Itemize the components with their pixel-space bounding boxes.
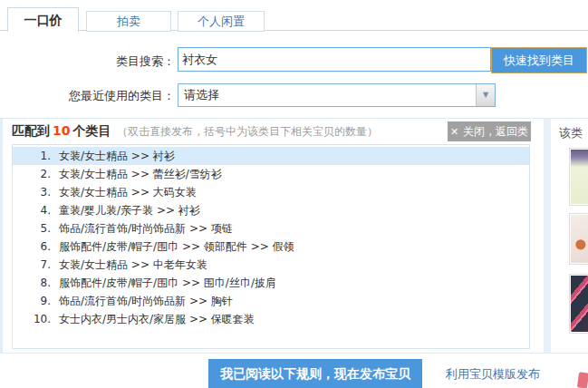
match-suffix: 个类目 bbox=[72, 123, 111, 138]
category-item-path: 女装/女士精品 >> 中老年女装 bbox=[59, 256, 207, 274]
template-publish-link[interactable]: 利用宝贝模版发布 bbox=[446, 366, 540, 383]
category-item-path: 女装/女士精品 >> 大码女装 bbox=[59, 183, 197, 201]
match-panel-left-band bbox=[0, 119, 3, 353]
category-item-path: 服饰配件/皮带/帽子/围巾 >> 领部配件 >> 假领 bbox=[59, 238, 294, 256]
category-list-item[interactable]: 6. 服饰配件/皮带/帽子/围巾 >> 领部配件 >> 假领 bbox=[13, 238, 529, 256]
category-list-item[interactable]: 1. 女装/女士精品 >> 衬衫 bbox=[13, 147, 529, 165]
category-item-path: 童装/婴儿装/亲子装 >> 衬衫 bbox=[59, 201, 200, 219]
category-item-number: 4. bbox=[13, 201, 51, 219]
category-item-path: 饰品/流行首饰/时尚饰品新 >> 胸针 bbox=[59, 292, 233, 310]
category-list-item[interactable]: 10. 女士内衣/男士内衣/家居服 >> 保暖套装 bbox=[13, 310, 529, 328]
match-prefix: 匹配到 bbox=[12, 123, 50, 138]
match-hint: （双击直接发布，括号中为该类目下相关宝贝的数量） bbox=[117, 125, 378, 138]
category-list-item[interactable]: 9. 饰品/流行首饰/时尚饰品新 >> 胸针 bbox=[13, 292, 529, 310]
category-list-item[interactable]: 8. 服饰配件/皮带/帽子/围巾 >> 围巾/丝巾/披肩 bbox=[13, 274, 529, 292]
category-item-path: 饰品/流行首饰/时尚饰品新 >> 项链 bbox=[59, 219, 233, 238]
publish-category-page: 一口价 拍卖 个人闲置 类目搜索： 快速找到类目 您最近使用的类目： 请选择 ▼… bbox=[0, 0, 588, 388]
category-item-path: 女装/女士精品 >> 衬衫 bbox=[59, 147, 175, 165]
category-item-number: 9. bbox=[13, 292, 51, 310]
product-image bbox=[571, 276, 588, 332]
quick-find-category-button[interactable]: 快速找到类目 bbox=[491, 47, 587, 73]
match-header: 匹配到10个类目 （双击直接发布，括号中为该类目下相关宝贝的数量） bbox=[12, 123, 378, 140]
category-list-item[interactable]: 2. 女装/女士精品 >> 蕾丝衫/雪纺衫 bbox=[13, 165, 529, 183]
category-item-path: 女士内衣/男士内衣/家居服 >> 保暖套装 bbox=[59, 310, 255, 328]
product-image bbox=[571, 215, 588, 263]
close-icon: ✕ bbox=[450, 126, 458, 138]
category-item-number: 10. bbox=[13, 310, 51, 328]
recent-category-label: 您最近使用的类目： bbox=[0, 88, 175, 104]
category-search-input[interactable] bbox=[178, 47, 491, 72]
chevron-down-icon: ▼ bbox=[477, 91, 495, 99]
match-panel-top-border bbox=[0, 118, 588, 119]
side-panel-title: 该类 bbox=[559, 125, 583, 141]
category-item-path: 女装/女士精品 >> 蕾丝衫/雪纺衫 bbox=[59, 165, 222, 183]
product-image bbox=[571, 150, 588, 204]
category-search-label: 类目搜索： bbox=[0, 53, 175, 70]
recent-category-select[interactable]: 请选择 ▼ bbox=[178, 83, 496, 107]
category-list-item[interactable]: 7. 女装/女士精品 >> 中老年女装 bbox=[13, 256, 529, 274]
category-list-item[interactable]: 4. 童装/婴儿装/亲子装 >> 衬衫 bbox=[13, 201, 529, 219]
footer-separator bbox=[0, 353, 588, 354]
select-dropdown-button[interactable]: ▼ bbox=[476, 84, 495, 106]
tab-personal-idle[interactable]: 个人闲置 bbox=[178, 11, 265, 32]
hot-items-side-panel: 该类 bbox=[551, 119, 588, 353]
category-item-number: 2. bbox=[13, 165, 51, 183]
category-item-number: 7. bbox=[13, 256, 51, 274]
tab-auction[interactable]: 拍卖 bbox=[86, 11, 171, 32]
close-return-category-button[interactable]: ✕关闭，返回类目 bbox=[448, 121, 531, 141]
category-list-item[interactable]: 5. 饰品/流行首饰/时尚饰品新 >> 项链 bbox=[13, 219, 529, 238]
category-list-item[interactable]: 3. 女装/女士精品 >> 大码女装 bbox=[13, 183, 529, 201]
publish-item-button[interactable]: 我已阅读以下规则，现在发布宝贝 bbox=[208, 359, 422, 388]
cropped-image-fragment bbox=[577, 372, 588, 388]
match-count: 10 bbox=[50, 123, 72, 138]
category-item-number: 8. bbox=[13, 274, 51, 292]
product-thumbnail[interactable] bbox=[569, 274, 588, 334]
category-item-path: 服饰配件/皮带/帽子/围巾 >> 围巾/丝巾/披肩 bbox=[59, 274, 276, 292]
tab-fixed-price[interactable]: 一口价 bbox=[7, 7, 79, 32]
category-item-number: 6. bbox=[13, 238, 51, 256]
category-item-number: 1. bbox=[13, 147, 51, 165]
vertical-divider bbox=[544, 119, 551, 353]
category-item-number: 5. bbox=[13, 219, 51, 238]
recent-category-selected-value: 请选择 bbox=[184, 84, 219, 106]
category-item-number: 3. bbox=[13, 183, 51, 201]
matched-category-list: 1. 女装/女士精品 >> 衬衫 2. 女装/女士精品 >> 蕾丝衫/雪纺衫 3… bbox=[12, 144, 530, 349]
product-thumbnail[interactable] bbox=[569, 213, 588, 265]
product-thumbnail[interactable] bbox=[569, 148, 588, 206]
